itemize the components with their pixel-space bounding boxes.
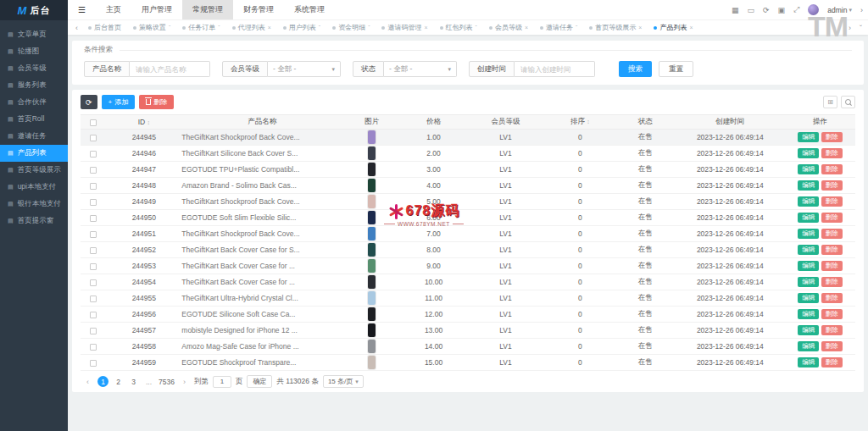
tab-caret-icon[interactable]: ˇ <box>319 25 320 30</box>
edit-button[interactable]: 编辑 <box>798 309 819 319</box>
delete-button[interactable]: 删除 <box>821 148 843 158</box>
delete-button[interactable]: 删除 <box>821 196 843 207</box>
row-checkbox[interactable] <box>90 199 97 206</box>
product-image[interactable] <box>368 211 376 224</box>
refresh-icon[interactable]: ⟳ <box>763 6 770 14</box>
edit-button[interactable]: 编辑 <box>798 245 819 255</box>
delete-button[interactable]: 删除 <box>821 180 843 191</box>
tab-caret-icon[interactable]: ˇ <box>576 25 577 30</box>
product-image[interactable] <box>368 259 376 273</box>
sidebar-item[interactable]: ▤产品列表 <box>0 145 68 162</box>
sidebar-item[interactable]: ▤邀请任务 <box>0 128 68 145</box>
product-image[interactable] <box>368 179 376 192</box>
tab-item[interactable]: 资金明细ˇ <box>326 23 376 32</box>
delete-button[interactable]: 删除 <box>821 309 843 319</box>
delete-button[interactable]: 删除 <box>821 261 843 271</box>
product-image[interactable] <box>368 195 376 208</box>
product-image[interactable] <box>368 130 376 144</box>
row-checkbox[interactable] <box>90 215 97 222</box>
prev-page-button[interactable]: ‹ <box>82 376 93 387</box>
tab-item[interactable]: 会员等级× <box>483 23 534 32</box>
edit-button[interactable]: 编辑 <box>798 180 819 191</box>
delete-button[interactable]: 删除 <box>821 213 843 223</box>
tab-item[interactable]: 代理列表× <box>226 23 277 32</box>
tab-item[interactable]: 首页等级展示× <box>583 23 648 32</box>
created-time-input[interactable] <box>515 61 595 77</box>
table-search-button[interactable] <box>841 96 855 108</box>
stats-icon[interactable]: ▦ <box>732 6 739 14</box>
topnav-item[interactable]: 用户管理 <box>131 0 182 19</box>
row-checkbox[interactable] <box>90 167 97 174</box>
edit-button[interactable]: 编辑 <box>798 148 819 158</box>
tab-item[interactable]: 后台首页 <box>82 23 127 32</box>
delete-button[interactable]: 删除 <box>821 357 843 367</box>
delete-button[interactable]: 删除 <box>821 277 843 287</box>
tab-caret-icon[interactable]: ˇ <box>169 25 170 30</box>
sidebar-item[interactable]: ▤轮播图 <box>0 43 68 60</box>
delete-button[interactable]: 删除 <box>821 341 843 351</box>
tab-caret-icon[interactable]: ˇ <box>368 25 370 30</box>
sidebar-toggle-icon[interactable]: ☰ <box>68 5 96 14</box>
delete-button[interactable]: 删除 <box>821 164 843 174</box>
tabs-menu-icon[interactable]: ˇ <box>855 24 866 32</box>
columns-toggle-button[interactable]: ⊞ <box>823 96 837 108</box>
add-button[interactable]: + 添加 <box>102 95 136 109</box>
product-image[interactable] <box>368 323 376 337</box>
delete-button[interactable]: 删除 <box>821 293 843 303</box>
row-checkbox[interactable] <box>90 279 97 286</box>
row-checkbox[interactable] <box>90 312 97 318</box>
next-page-button[interactable]: › <box>179 376 190 387</box>
row-checkbox[interactable] <box>90 183 97 190</box>
goto-confirm-button[interactable]: 确定 <box>247 375 272 388</box>
edit-button[interactable]: 编辑 <box>798 325 819 335</box>
tab-item[interactable]: 红包列表ˇ <box>434 23 483 32</box>
product-image[interactable] <box>368 227 376 240</box>
reset-button[interactable]: 重置 <box>659 61 693 77</box>
tab-item[interactable]: 任务订单ˇ <box>176 23 225 32</box>
delete-button[interactable]: 删除 <box>821 245 843 255</box>
select-all-checkbox[interactable] <box>90 119 97 126</box>
app-logo[interactable]: M 后台 <box>0 0 68 20</box>
edit-button[interactable]: 编辑 <box>798 164 819 174</box>
edit-button[interactable]: 编辑 <box>798 293 819 303</box>
sidebar-item[interactable]: ▤银行本地支付 <box>0 196 68 213</box>
product-image[interactable] <box>368 275 376 289</box>
goto-page-input[interactable] <box>213 376 231 388</box>
sort-icon[interactable]: ↕ <box>147 119 151 125</box>
tab-close-icon[interactable]: × <box>689 25 693 30</box>
status-select[interactable]: - 全部 - ▾ <box>384 61 457 77</box>
sort-icon[interactable]: ↕ <box>587 119 590 124</box>
edit-button[interactable]: 编辑 <box>798 229 819 239</box>
fullscreen-icon[interactable]: ⤢ <box>793 5 799 14</box>
sidebar-item[interactable]: ▤合作伙伴 <box>0 94 68 111</box>
page-size-select[interactable]: 15 条/页 ▾ <box>323 375 364 388</box>
product-image[interactable] <box>368 146 376 160</box>
product-image[interactable] <box>368 340 376 353</box>
refresh-button[interactable]: ⟳ <box>81 95 97 109</box>
sidebar-item[interactable]: ▤upi本地支付 <box>0 179 68 196</box>
delete-button[interactable]: 删除 <box>821 132 843 142</box>
edit-button[interactable]: 编辑 <box>798 357 819 367</box>
topnav-item[interactable]: 常规管理 <box>182 0 233 19</box>
tab-caret-icon[interactable]: ˇ <box>218 25 220 30</box>
tab-close-icon[interactable]: × <box>525 25 528 30</box>
row-checkbox[interactable] <box>90 263 97 270</box>
product-image[interactable] <box>368 291 376 305</box>
tabs-scroll-left-icon[interactable]: ‹ <box>71 24 82 32</box>
product-name-input[interactable] <box>130 61 210 77</box>
row-checkbox[interactable] <box>90 296 97 302</box>
product-image[interactable] <box>368 307 376 321</box>
page-button[interactable]: 2 <box>113 376 124 387</box>
tab-close-icon[interactable]: × <box>268 25 271 30</box>
tab-item[interactable]: 邀请任务ˇ <box>534 23 583 32</box>
page-button[interactable]: 7536 <box>159 376 175 387</box>
row-checkbox[interactable] <box>90 135 97 141</box>
tab-item[interactable]: 邀请码管理× <box>376 23 433 32</box>
sidebar-item[interactable]: ▤首页提示窗 <box>0 213 68 229</box>
tab-close-icon[interactable]: × <box>638 25 642 30</box>
clear-cache-icon[interactable]: ▣ <box>778 6 786 14</box>
tab-item[interactable]: 产品列表× <box>648 23 698 32</box>
row-checkbox[interactable] <box>90 360 97 367</box>
batch-delete-button[interactable]: 删除 <box>139 95 174 109</box>
edit-button[interactable]: 编辑 <box>798 196 819 207</box>
